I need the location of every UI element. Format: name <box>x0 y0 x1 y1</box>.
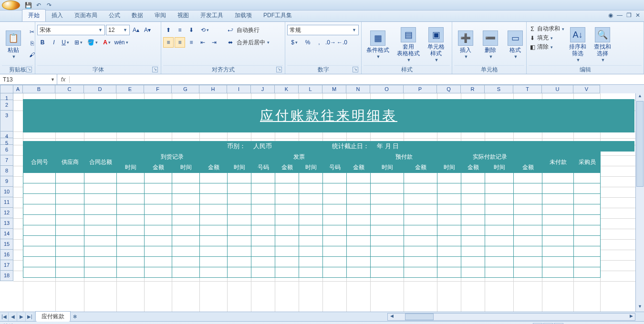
align-middle-icon[interactable]: ≡ <box>175 25 185 35</box>
table-cell[interactable] <box>542 236 574 246</box>
table-cell[interactable] <box>23 183 56 194</box>
name-box[interactable]: T13▼ <box>0 74 57 84</box>
tab-视图[interactable]: 视图 <box>172 10 195 21</box>
sheet-tab[interactable]: 应付账款 <box>35 311 71 322</box>
row-header-9[interactable]: 9 <box>0 176 13 187</box>
col-header-P[interactable]: P <box>404 85 437 93</box>
table-cell[interactable] <box>514 257 542 267</box>
table-cell[interactable] <box>574 173 601 183</box>
table-cell[interactable] <box>404 225 437 236</box>
clear-button[interactable]: ◧清除▾ <box>529 43 564 51</box>
col-header-O[interactable]: O <box>370 85 404 93</box>
table-cell[interactable] <box>485 236 514 246</box>
scroll-left-icon[interactable]: ◀ <box>388 314 395 320</box>
table-cell[interactable] <box>172 173 200 183</box>
table-cell[interactable] <box>371 194 404 204</box>
col-header-M[interactable]: M <box>322 85 346 93</box>
increase-font-icon[interactable]: A▴ <box>131 25 141 35</box>
table-cell[interactable] <box>347 236 371 246</box>
table-cell[interactable] <box>299 183 323 194</box>
sheet-nav-first-icon[interactable]: |◀ <box>0 313 9 321</box>
table-cell[interactable] <box>371 225 404 236</box>
table-cell[interactable] <box>542 246 574 257</box>
table-cell[interactable] <box>299 173 323 183</box>
table-cell[interactable] <box>145 194 172 204</box>
table-cell[interactable] <box>84 204 117 215</box>
col-header-B[interactable]: B <box>23 85 55 93</box>
align-top-icon[interactable]: ⬆ <box>163 25 174 35</box>
row-header-5[interactable]: 5 <box>0 138 13 145</box>
col-header-S[interactable]: S <box>485 85 513 93</box>
col-header-D[interactable]: D <box>84 85 116 93</box>
table-cell[interactable] <box>84 236 117 246</box>
table-cell[interactable] <box>323 194 347 204</box>
table-cell[interactable] <box>56 267 84 278</box>
table-cell[interactable] <box>371 246 404 257</box>
table-cell[interactable] <box>404 246 437 257</box>
font-name-combo[interactable]: 宋体▼ <box>37 25 105 35</box>
scroll-thumb[interactable] <box>405 314 434 320</box>
table-cell[interactable] <box>145 267 172 278</box>
table-cell[interactable] <box>323 215 347 225</box>
scroll-right-icon[interactable]: ▶ <box>627 314 635 320</box>
col-header-V[interactable]: V <box>573 85 600 93</box>
table-cell[interactable] <box>404 194 437 204</box>
table-cell[interactable] <box>514 173 542 183</box>
table-cell[interactable] <box>299 225 323 236</box>
table-cell[interactable] <box>84 173 117 183</box>
decrease-font-icon[interactable]: A▾ <box>142 25 153 35</box>
table-cell[interactable] <box>323 225 347 236</box>
col-header-E[interactable]: E <box>116 85 144 93</box>
table-cell[interactable] <box>574 257 601 267</box>
table-cell[interactable] <box>117 225 145 236</box>
dialog-launcher-icon[interactable]: ↘ <box>26 67 32 72</box>
table-cell[interactable] <box>84 246 117 257</box>
table-cell[interactable] <box>347 183 371 194</box>
table-cell[interactable] <box>172 257 200 267</box>
table-cell[interactable] <box>574 225 601 236</box>
table-cell[interactable] <box>23 236 56 246</box>
align-left-icon[interactable]: ≡ <box>163 37 174 48</box>
table-cell[interactable] <box>200 257 228 267</box>
dialog-launcher-icon[interactable]: ↘ <box>152 67 158 72</box>
table-cell[interactable] <box>485 246 514 257</box>
table-cell[interactable] <box>145 173 172 183</box>
table-cell[interactable] <box>485 225 514 236</box>
table-cell[interactable] <box>145 236 172 246</box>
table-cell[interactable] <box>514 246 542 257</box>
table-cell[interactable] <box>275 246 299 257</box>
table-cell[interactable] <box>117 257 145 267</box>
orientation-icon[interactable]: ⟲▾ <box>197 25 212 35</box>
table-cell[interactable] <box>23 257 56 267</box>
table-cell[interactable] <box>228 257 251 267</box>
table-cell[interactable] <box>574 236 601 246</box>
font-size-combo[interactable]: 12▼ <box>106 25 130 35</box>
table-cell[interactable] <box>437 204 461 215</box>
table-cell[interactable] <box>172 246 200 257</box>
table-cell[interactable] <box>574 183 601 194</box>
table-cell[interactable] <box>172 267 200 278</box>
table-cell[interactable] <box>251 246 275 257</box>
row-header-11[interactable]: 11 <box>0 197 13 208</box>
table-cell[interactable] <box>275 236 299 246</box>
col-header-I[interactable]: I <box>227 85 251 93</box>
table-cell[interactable] <box>200 236 228 246</box>
decrease-indent-icon[interactable]: ⇤ <box>197 37 208 48</box>
table-cell[interactable] <box>437 215 461 225</box>
table-cell[interactable] <box>404 215 437 225</box>
table-cell[interactable] <box>84 267 117 278</box>
col-header-U[interactable]: U <box>542 85 573 93</box>
row-header-16[interactable]: 16 <box>0 250 13 260</box>
table-cell[interactable] <box>84 183 117 194</box>
table-cell[interactable] <box>145 215 172 225</box>
table-cell[interactable] <box>514 183 542 194</box>
redo-icon[interactable]: ↷ <box>45 1 53 10</box>
col-header-K[interactable]: K <box>275 85 299 93</box>
minimize-icon[interactable]: — <box>617 12 623 19</box>
table-cell[interactable] <box>117 194 145 204</box>
table-cell[interactable] <box>404 257 437 267</box>
sheet-nav-prev-icon[interactable]: ◀ <box>9 313 17 321</box>
table-cell[interactable] <box>404 173 437 183</box>
table-cell[interactable] <box>437 194 461 204</box>
row-header-6[interactable]: 6 <box>0 145 13 155</box>
